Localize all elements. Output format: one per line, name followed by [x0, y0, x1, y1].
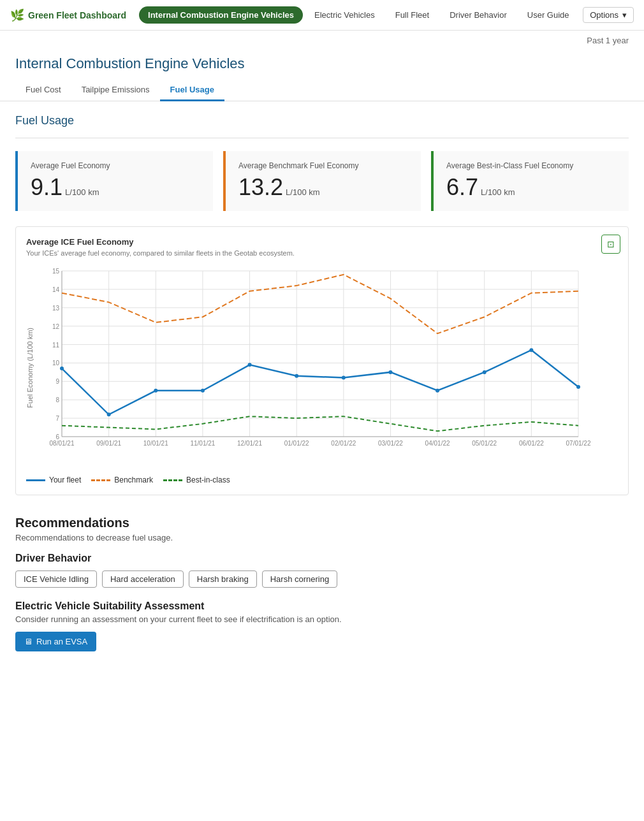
metric-best-in-class: Average Best-in-Class Fuel Economy 6.7 L… [431, 151, 629, 211]
chart-svg: 678910111213141508/01/2109/01/2110/01/21… [36, 265, 618, 470]
metric-benchmark-number: 13.2 [238, 174, 283, 201]
svg-text:10/01/21: 10/01/21 [143, 440, 168, 447]
svg-text:15: 15 [52, 268, 60, 275]
nav-tab-ev[interactable]: Electric Vehicles [305, 6, 384, 24]
legend-fleet-line [26, 479, 45, 481]
navigation: 🌿 Green Fleet Dashboard Internal Combust… [0, 0, 644, 31]
chart-expand-button[interactable]: ⊡ [601, 235, 620, 254]
chart-container: ⊡ Average ICE Fuel Economy Your ICEs' av… [15, 226, 629, 495]
svg-point-57 [576, 385, 580, 389]
svg-text:01/01/22: 01/01/22 [284, 440, 309, 447]
evsa-subtitle: Consider running an assessment on your c… [15, 614, 629, 624]
tag-harsh-cornering[interactable]: Harsh cornering [262, 570, 338, 588]
svg-point-56 [529, 348, 533, 352]
rec-title: Recommendations [15, 516, 629, 530]
tab-fuel-cost[interactable]: Fuel Cost [15, 80, 71, 101]
logo-text: Green Fleet Dashboard [28, 10, 126, 20]
svg-text:11: 11 [52, 342, 60, 349]
nav-tab-ice[interactable]: Internal Combustion Engine Vehicles [139, 6, 303, 24]
svg-point-52 [342, 376, 346, 380]
tab-tailpipe[interactable]: Tailpipe Emissions [71, 80, 160, 101]
svg-text:08/01/21: 08/01/21 [50, 440, 75, 447]
svg-text:06/01/22: 06/01/22 [519, 440, 544, 447]
evsa-title: Electric Vehicle Suitability Assessment [15, 600, 629, 612]
svg-text:04/01/22: 04/01/22 [425, 440, 450, 447]
metric-avg-fuel-value: 9.1 L/100 km [31, 174, 200, 201]
legend-fleet-label: Your fleet [49, 476, 81, 484]
metric-benchmark-label: Average Benchmark Fuel Economy [238, 161, 408, 170]
metric-best-number: 6.7 [446, 174, 478, 201]
svg-point-53 [388, 370, 392, 374]
options-label: Options [590, 10, 618, 20]
svg-point-48 [154, 389, 157, 393]
metric-avg-fuel: Average Fuel Economy 9.1 L/100 km [15, 151, 213, 211]
chart-title: Average ICE Fuel Economy [26, 237, 618, 247]
svg-text:12/01/21: 12/01/21 [237, 440, 262, 447]
svg-text:14: 14 [52, 286, 60, 293]
svg-point-49 [201, 389, 205, 393]
svg-text:9: 9 [55, 378, 59, 385]
recommendations-section: Recommendations Recommendations to decre… [15, 516, 629, 651]
svg-text:12: 12 [52, 323, 60, 330]
svg-text:13: 13 [52, 305, 60, 312]
legend-benchmark: Benchmark [91, 476, 153, 484]
chart-subtitle: Your ICEs' average fuel economy, compare… [26, 249, 618, 257]
metric-benchmark-value: 13.2 L/100 km [238, 174, 408, 201]
rec-subtitle: Recommendations to decrease fuel usage. [15, 533, 629, 542]
driver-tags-row: ICE Vehicle Idling Hard acceleration Har… [15, 570, 629, 588]
evsa-icon: 🖥 [24, 637, 33, 646]
metrics-row: Average Fuel Economy 9.1 L/100 km Averag… [15, 151, 629, 211]
logo-icon: 🌿 [10, 8, 24, 22]
metric-avg-fuel-number: 9.1 [31, 174, 62, 201]
metric-best-label: Average Best-in-Class Fuel Economy [446, 161, 616, 170]
evsa-btn-label: Run an EVSA [36, 637, 87, 646]
svg-text:8: 8 [55, 396, 59, 403]
sub-tabs: Fuel Cost Tailpipe Emissions Fuel Usage [0, 80, 644, 101]
metric-best-value: 6.7 L/100 km [446, 174, 616, 201]
nav-tabs: Internal Combustion Engine Vehicles Elec… [139, 6, 583, 24]
logo: 🌿 Green Fleet Dashboard [10, 8, 126, 22]
svg-text:07/01/22: 07/01/22 [566, 440, 591, 447]
time-range: Past 1 year [0, 31, 644, 45]
svg-text:10: 10 [52, 360, 60, 367]
svg-point-51 [295, 374, 298, 378]
chevron-down-icon: ▾ [622, 10, 627, 20]
page-header: Internal Combustion Engine Vehicles [0, 45, 644, 72]
svg-text:05/01/22: 05/01/22 [472, 440, 497, 447]
legend-benchmark-line [91, 479, 110, 481]
svg-text:02/01/22: 02/01/22 [331, 440, 356, 447]
nav-tab-driver[interactable]: Driver Behavior [441, 6, 516, 24]
divider [15, 138, 629, 138]
svg-text:11/01/21: 11/01/21 [190, 440, 215, 447]
nav-tab-guide[interactable]: User Guide [518, 6, 578, 24]
metric-avg-fuel-label: Average Fuel Economy [31, 161, 200, 170]
metric-benchmark: Average Benchmark Fuel Economy 13.2 L/10… [223, 151, 421, 211]
tab-fuel-usage[interactable]: Fuel Usage [160, 80, 224, 101]
tag-ice-idling[interactable]: ICE Vehicle Idling [15, 570, 97, 588]
svg-text:03/01/22: 03/01/22 [378, 440, 403, 447]
svg-point-55 [483, 370, 487, 374]
page-title: Internal Combustion Engine Vehicles [15, 55, 629, 72]
section-title: Fuel Usage [15, 114, 629, 127]
main-content: Fuel Usage Average Fuel Economy 9.1 L/10… [0, 101, 644, 664]
svg-point-46 [60, 367, 64, 370]
y-axis-label: Fuel Economy (L/100 km) [26, 328, 34, 408]
legend-bestinclass-line [163, 479, 182, 481]
metric-avg-fuel-unit: L/100 km [65, 187, 99, 197]
driver-behavior-title: Driver Behavior [15, 553, 629, 564]
svg-text:7: 7 [55, 415, 59, 422]
options-button[interactable]: Options ▾ [583, 7, 634, 23]
tag-hard-accel[interactable]: Hard acceleration [102, 570, 184, 588]
svg-text:09/01/21: 09/01/21 [96, 440, 121, 447]
svg-point-54 [435, 389, 439, 393]
legend-bestinclass: Best-in-class [163, 476, 230, 484]
legend-benchmark-label: Benchmark [114, 476, 153, 484]
legend-bestinclass-label: Best-in-class [186, 476, 230, 484]
metric-best-unit: L/100 km [481, 187, 515, 197]
legend-fleet: Your fleet [26, 476, 81, 484]
metric-benchmark-unit: L/100 km [286, 187, 319, 197]
run-evsa-button[interactable]: 🖥 Run an EVSA [15, 632, 96, 651]
tag-harsh-braking[interactable]: Harsh braking [189, 570, 257, 588]
nav-tab-fleet[interactable]: Full Fleet [386, 6, 438, 24]
svg-point-47 [107, 412, 111, 416]
